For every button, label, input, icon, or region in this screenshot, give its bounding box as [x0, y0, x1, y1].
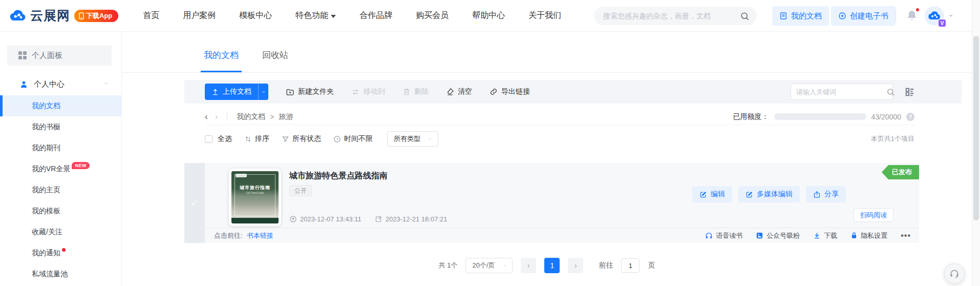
clear-button[interactable]: 清空	[446, 87, 472, 96]
create-ebook-button[interactable]: 创建电子书	[831, 6, 896, 26]
nav-item-about[interactable]: 关于我们	[528, 10, 561, 21]
prev-page-button[interactable]: ‹	[521, 258, 536, 273]
nav-item-help[interactable]: 帮助中心	[472, 10, 505, 21]
sidebar-item-my-homepage[interactable]: 我的主页	[0, 179, 122, 200]
nav-item-partners[interactable]: 合作品牌	[359, 10, 392, 21]
breadcrumb-row: ‹ › 我的文档 > 旅游 已用额度： 43/20000 ?	[205, 109, 914, 125]
download-app-badge[interactable]: 下载App	[74, 10, 118, 22]
breadcrumb-root[interactable]: 我的文档	[237, 112, 265, 121]
official-account-icon	[756, 232, 763, 239]
type-select[interactable]: 所有类型	[387, 131, 438, 147]
sidebar-item-notifications[interactable]: 我的通知	[0, 242, 122, 263]
new-folder-button[interactable]: 新建文件夹	[286, 87, 334, 96]
sidebar-item-my-bookshelf[interactable]: 我的书橱	[0, 116, 122, 137]
nav-item-templates[interactable]: 模板中心	[239, 10, 272, 21]
next-page-button[interactable]: ›	[568, 258, 583, 273]
person-icon	[19, 80, 28, 89]
upload-document-button[interactable]: 上传文档	[205, 84, 268, 100]
card-actions: 编辑 多媒体编辑 分享	[692, 186, 846, 202]
pencil-square-icon	[699, 191, 707, 198]
row-select-checkbox[interactable]: ✓	[184, 163, 205, 243]
upload-time-icon	[289, 215, 297, 223]
quota-label: 已用额度：	[733, 112, 769, 121]
visibility-badge: 公开	[289, 185, 312, 196]
scrollbar-track[interactable]	[972, 0, 980, 286]
document-thumbnail[interactable]: 城市旅行指南 City Travel Guide	[229, 169, 281, 226]
nav-item-features[interactable]: 特色功能	[295, 10, 336, 21]
goto-page-input[interactable]	[621, 258, 640, 273]
breadcrumb-current[interactable]: 旅游	[279, 112, 293, 121]
keyword-search	[791, 84, 893, 100]
funnel-icon	[282, 135, 289, 143]
sidebar-item-my-templates[interactable]: 我的模板	[0, 200, 122, 221]
document-title[interactable]: 城市旅游特色景点路线指南	[289, 171, 388, 181]
share-button[interactable]: 分享	[806, 186, 846, 202]
pencil-square-icon	[745, 191, 753, 198]
select-all-label[interactable]: 全选	[218, 134, 232, 144]
pagination: 共 1个 20个/页 ‹ 1 › 前往 页	[122, 258, 972, 273]
logo[interactable]: 云展网 下载App	[9, 7, 118, 24]
sidebar-menu: 我的文档 我的书橱 我的期刊 我的VR全景 NEW 我的主页 我的模板 收藏/关…	[0, 95, 122, 284]
main-nav: 首页 用户案例 模板中心 特色功能 合作品牌 购买会员 帮助中心 关于我们	[143, 10, 561, 21]
status-filter[interactable]: 所有状态	[282, 134, 321, 144]
sidebar-item-favorites[interactable]: 收藏/关注	[0, 221, 122, 242]
updated-date: 2023-12-21 16:07:21	[375, 215, 448, 223]
my-documents-button[interactable]: 我的文档	[772, 6, 829, 26]
sidebar-item-my-journals[interactable]: 我的期刊	[0, 137, 122, 158]
delete-button[interactable]: 删除	[402, 87, 429, 96]
multimedia-edit-button[interactable]: 多媒体编辑	[738, 186, 800, 202]
nav-item-cases[interactable]: 用户案例	[183, 10, 216, 21]
avatar[interactable]: V	[925, 6, 944, 26]
notifications-bell[interactable]	[906, 9, 919, 23]
tab-recycle-bin[interactable]: 回收站	[262, 49, 288, 72]
download-icon	[813, 232, 821, 239]
sidebar-section-personal-center[interactable]: 个人中心	[0, 74, 122, 94]
more-actions-button[interactable]: •••	[901, 231, 911, 240]
cloud-logo-icon	[9, 9, 27, 23]
global-search-input[interactable]	[603, 12, 740, 20]
view-toggle-icon[interactable]	[904, 86, 915, 97]
page-unit-label: 页	[648, 261, 655, 270]
sidebar-item-my-vr[interactable]: 我的VR全景 NEW	[0, 158, 122, 179]
sidebar-item-dashboard[interactable]: 个人面板	[7, 45, 112, 66]
keyword-search-input[interactable]	[796, 88, 886, 96]
account-chevron-down-icon[interactable]	[947, 13, 954, 18]
sidebar-item-private-traffic[interactable]: 私域流量池	[0, 263, 122, 284]
clock-icon	[333, 135, 341, 143]
history-forward-button[interactable]: ›	[215, 112, 218, 121]
export-link-button[interactable]: 导出链接	[489, 87, 530, 96]
time-filter[interactable]: 时间不限	[333, 134, 373, 144]
nav-item-home[interactable]: 首页	[143, 10, 159, 21]
nav-item-membership[interactable]: 购买会员	[416, 10, 449, 21]
privacy-settings-button[interactable]: 隐私设置	[850, 231, 887, 240]
per-page-select[interactable]: 20个/页	[465, 258, 513, 273]
qr-read-button[interactable]: 扫码阅读	[854, 208, 893, 222]
edit-button[interactable]: 编辑	[692, 186, 732, 202]
folder-plus-icon	[286, 88, 294, 96]
wechat-fans-button[interactable]: 公众号吸粉	[756, 231, 800, 240]
move-to-button[interactable]: 移动到	[351, 87, 385, 96]
section-chevron-down-icon[interactable]	[103, 81, 110, 86]
search-icon[interactable]	[886, 88, 895, 96]
customer-service-button[interactable]	[944, 263, 965, 284]
sort-button[interactable]: 排序	[244, 134, 269, 144]
breadcrumb: 我的文档 > 旅游	[237, 112, 293, 121]
page: 云展网 下载App 首页 用户案例 模板中心 特色功能 合作品牌 购买会员 帮助…	[0, 0, 980, 286]
search-icon[interactable]	[740, 11, 750, 21]
upload-dropdown-caret[interactable]	[258, 84, 268, 100]
tab-my-documents[interactable]: 我的文档	[204, 49, 239, 72]
audio-reading-button[interactable]: 语音读书	[705, 231, 742, 240]
sidebar-item-my-documents[interactable]: 我的文档	[0, 95, 122, 116]
toolbar: 上传文档 新建文件夹 移动到	[184, 80, 962, 104]
book-link[interactable]: 书本链接	[247, 231, 273, 240]
chevron-down-icon	[427, 137, 433, 141]
help-icon[interactable]: ?	[906, 113, 914, 121]
plus-circle-icon	[838, 12, 846, 20]
scrollbar-thumb[interactable]	[973, 36, 979, 220]
page-number-button[interactable]: 1	[544, 258, 560, 273]
footer-actions: 语音读书 公众号吸粉 下载	[705, 231, 911, 240]
download-button[interactable]: 下载	[813, 231, 837, 240]
notification-dot	[62, 248, 66, 252]
select-all-checkbox[interactable]	[205, 135, 212, 143]
history-back-button[interactable]: ‹	[205, 112, 208, 121]
